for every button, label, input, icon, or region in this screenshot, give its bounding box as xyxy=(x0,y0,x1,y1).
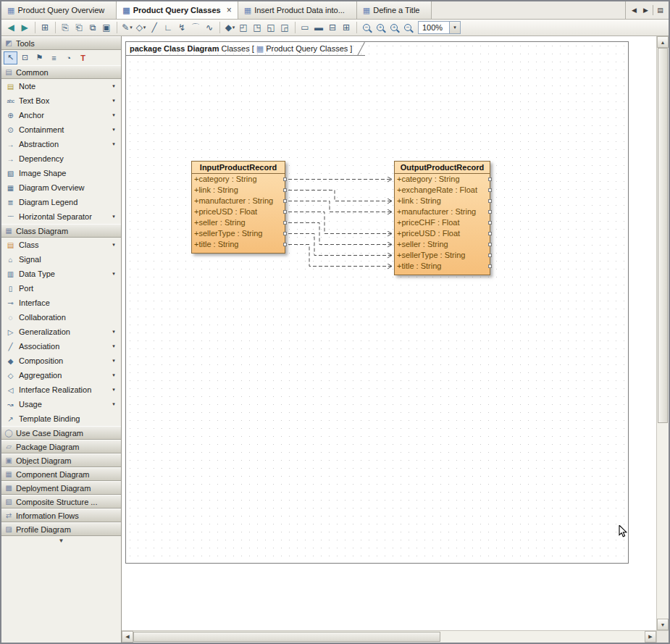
chevron-down-icon[interactable]: ▾ xyxy=(111,141,117,147)
diagram-canvas[interactable]: package Class Diagram Classes [ ▦ Produc… xyxy=(122,36,656,630)
attribute-connector-port[interactable] xyxy=(283,232,287,235)
palette-item[interactable]: ▧ Image Shape xyxy=(1,166,121,180)
class-attribute[interactable]: +title : String xyxy=(395,261,490,272)
scroll-right-button[interactable]: ▶ xyxy=(645,631,656,643)
palette-item[interactable]: ⊸ Interface xyxy=(1,296,121,310)
attribute-connector-port[interactable] xyxy=(283,221,287,225)
font-tool-button[interactable]: T xyxy=(76,51,90,64)
palette-section-collapsed[interactable]: ▱ Package Diagram xyxy=(1,440,121,453)
pencil-button[interactable]: ✎▾ xyxy=(120,21,134,35)
attribute-connector-port[interactable] xyxy=(283,210,287,214)
class-attribute[interactable]: +title : String xyxy=(192,239,285,250)
chevron-down-icon[interactable]: ▾ xyxy=(111,242,117,248)
fit-size-button[interactable]: ⊞ xyxy=(340,21,353,35)
class-input-product-record[interactable]: InputProductRecord +category : String +l… xyxy=(191,161,285,254)
palette-item[interactable]: ↗ Template Binding xyxy=(1,411,121,426)
attribute-connector-port[interactable] xyxy=(488,243,492,246)
class-attribute[interactable]: +link : String xyxy=(192,185,285,196)
back-button[interactable]: ◀ xyxy=(4,21,18,35)
attribute-connector-port[interactable] xyxy=(283,188,287,192)
palette-item[interactable]: ╱ Association ▾ xyxy=(1,339,121,354)
palette-item[interactable]: ◆ Composition ▾ xyxy=(1,354,121,368)
palette-item[interactable]: ⊕ Anchor ▾ xyxy=(1,108,121,122)
chevron-down-icon[interactable]: ▾ xyxy=(111,127,117,133)
class-attribute[interactable]: +link : String xyxy=(395,196,490,206)
polyline-button[interactable]: ↯ xyxy=(175,21,189,35)
attribute-connector-port[interactable] xyxy=(283,177,287,181)
palette-more-button[interactable]: ▼ xyxy=(1,536,121,545)
palette-section-collapsed[interactable]: ▨ Profile Diagram xyxy=(1,522,121,536)
attribute-connector-port[interactable] xyxy=(488,254,492,257)
palette-item[interactable]: ◌ Collaboration xyxy=(1,310,121,325)
send-backward-button[interactable]: ◱ xyxy=(264,21,278,35)
zoom-in-step-button[interactable]: + xyxy=(388,21,401,35)
scroll-up-button[interactable]: ▲ xyxy=(657,36,669,48)
vertical-scrollbar[interactable]: ▲ ▼ xyxy=(656,36,669,630)
class-attribute[interactable]: +priceUSD : Float xyxy=(395,228,490,239)
chevron-down-icon[interactable]: ▾ xyxy=(111,343,117,349)
chevron-down-icon[interactable]: ▾ xyxy=(111,329,117,335)
palette-item[interactable]: ◁ Interface Realization ▾ xyxy=(1,382,121,397)
chevron-down-icon[interactable]: ▾ xyxy=(111,387,117,393)
editor-tab[interactable]: ▦ Product Query Overview xyxy=(1,1,117,19)
class-attribute[interactable]: +priceUSD : Float xyxy=(192,206,285,217)
tab-list-button[interactable]: ▤ xyxy=(656,7,665,14)
bring-to-front-button[interactable]: ◰ xyxy=(237,21,251,35)
attribute-connector-port[interactable] xyxy=(488,210,492,214)
palette-item[interactable]: ▷ Generalization ▾ xyxy=(1,325,121,339)
same-width-button[interactable]: ▭ xyxy=(298,21,312,35)
attribute-connector-port[interactable] xyxy=(488,177,492,181)
close-tab-icon[interactable]: × xyxy=(227,5,232,15)
class-attribute[interactable]: +manufacturer : String xyxy=(395,206,490,217)
editor-tab[interactable]: ▦ Product Query Classes × xyxy=(117,1,238,19)
zoom-out-button[interactable]: − xyxy=(360,21,374,35)
chevron-down-icon[interactable]: ▾ xyxy=(111,401,117,407)
palette-item[interactable]: ▯ Port xyxy=(1,281,121,296)
class-attribute[interactable]: +category : String xyxy=(192,174,285,185)
palette-item[interactable]: ▥ Data Type ▾ xyxy=(1,267,121,281)
palette-item[interactable]: ▤ Class ▾ xyxy=(1,238,121,252)
editor-tab[interactable]: ▦ Define a Title xyxy=(357,1,432,19)
palette-section-collapsed[interactable]: ⇄ Information Flows xyxy=(1,509,121,522)
attribute-connector-port[interactable] xyxy=(488,232,492,235)
palette-item[interactable]: → Dependency xyxy=(1,151,121,166)
palette-item[interactable]: ⌂ Signal xyxy=(1,252,121,267)
attribute-connector-port[interactable] xyxy=(488,199,492,203)
marquee-tool-button[interactable]: ⊡ xyxy=(18,51,32,64)
cursor-tool-button[interactable]: ↖ xyxy=(4,51,17,64)
zoom-in-button[interactable]: + xyxy=(374,21,388,35)
shape-button[interactable]: ◇▾ xyxy=(134,21,148,35)
palette-item[interactable]: abc Text Box ▾ xyxy=(1,93,121,108)
zoom-out-step-button[interactable]: − xyxy=(401,21,415,35)
bring-forward-button[interactable]: ◳ xyxy=(251,21,264,35)
align-tool-button[interactable]: ≡ xyxy=(47,51,61,64)
palette-item[interactable]: ↝ Usage ▾ xyxy=(1,397,121,411)
class-attribute[interactable]: +sellerType : String xyxy=(192,228,285,239)
horizontal-scroll-thumb[interactable] xyxy=(133,632,440,642)
duplicate-button[interactable]: ▣ xyxy=(100,21,114,35)
palette-section-collapsed[interactable]: ▣ Object Diagram xyxy=(1,453,121,467)
format-painter-button[interactable]: ◆▾ xyxy=(223,21,237,35)
stamp-tool-button[interactable]: ⚑ xyxy=(33,51,46,64)
scroll-left-button[interactable]: ◀ xyxy=(122,631,133,643)
open-specification-button[interactable]: ⊞ xyxy=(38,21,52,35)
attribute-connector-port[interactable] xyxy=(283,243,287,246)
class-output-product-record[interactable]: OutputProductRecord +category : String +… xyxy=(394,161,490,275)
forward-button[interactable]: ▶ xyxy=(18,21,32,35)
attribute-connector-port[interactable] xyxy=(283,199,287,203)
copy-to-clipboard-button[interactable]: ⧉ xyxy=(86,21,100,35)
palette-item[interactable]: ▦ Diagram Overview xyxy=(1,180,121,195)
palette-item[interactable]: ▤ Note ▾ xyxy=(1,79,121,93)
class-attribute[interactable]: +sellerType : String xyxy=(395,250,490,261)
chevron-down-icon[interactable]: ▾ xyxy=(449,22,460,33)
arc-button[interactable]: ⌒ xyxy=(189,21,203,35)
scroll-down-button[interactable]: ▼ xyxy=(657,619,669,630)
palette-item[interactable]: ◇ Aggregation ▾ xyxy=(1,368,121,382)
same-height-button[interactable]: ▬ xyxy=(312,21,326,35)
attribute-connector-port[interactable] xyxy=(488,221,492,225)
same-size-button[interactable]: ⊟ xyxy=(326,21,340,35)
freehand-button[interactable]: ∿ xyxy=(203,21,217,35)
class-attribute[interactable]: +seller : String xyxy=(395,239,490,250)
chevron-down-icon[interactable]: ▾ xyxy=(111,358,117,364)
palette-section-common[interactable]: ▤ Common xyxy=(1,65,121,79)
